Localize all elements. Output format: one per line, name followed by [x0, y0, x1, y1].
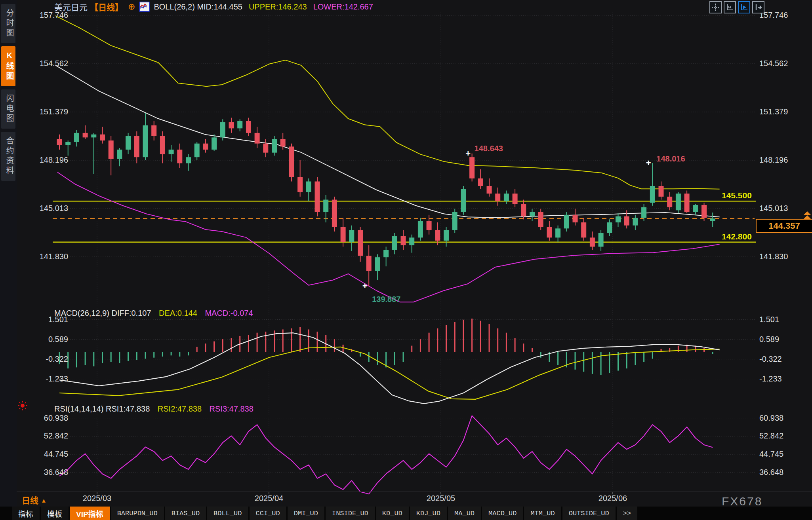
candle-body[interactable] — [495, 194, 500, 201]
candle-body[interactable] — [710, 218, 715, 221]
candle-body[interactable] — [409, 237, 414, 245]
candle-body[interactable] — [57, 139, 62, 145]
candle-body[interactable] — [212, 137, 217, 150]
candle-body[interactable] — [246, 121, 251, 133]
chart-canvas[interactable]: +++ — [0, 0, 812, 520]
candle-body[interactable] — [461, 189, 466, 212]
candle-body[interactable] — [272, 139, 277, 152]
candle-body[interactable] — [203, 144, 208, 150]
candle-body[interactable] — [194, 144, 200, 157]
toolbar-tab--[interactable]: 模板 — [41, 507, 69, 520]
period-selector[interactable]: 日线▲ — [22, 494, 47, 506]
candle-body[interactable] — [478, 178, 483, 186]
candle-body[interactable] — [134, 136, 139, 158]
toolbar-tab-cci_ud[interactable]: CCI_UD — [250, 507, 286, 520]
candle-body[interactable] — [555, 228, 560, 237]
candle-body[interactable] — [504, 194, 509, 201]
candle-body[interactable] — [323, 200, 328, 212]
candle-body[interactable] — [332, 200, 337, 227]
candle-body[interactable] — [237, 121, 242, 128]
candle-body[interactable] — [530, 212, 535, 216]
candle-body[interactable] — [564, 215, 569, 228]
candle-body[interactable] — [306, 182, 311, 192]
candle-body[interactable] — [427, 221, 432, 230]
sidebar-item-contract-info[interactable]: 合约资料 — [1, 132, 15, 181]
shift-right-icon[interactable] — [752, 1, 764, 13]
candle-body[interactable] — [177, 150, 182, 163]
sidebar-item-kline-chart[interactable]: K线图 — [1, 46, 15, 86]
candle-body[interactable] — [521, 204, 526, 216]
candle-body[interactable] — [469, 157, 475, 178]
toolbar-tab-mtm_ud[interactable]: MTM_UD — [524, 507, 561, 520]
alert-beacon-icon[interactable] — [21, 404, 25, 408]
candle-body[interactable] — [624, 216, 629, 226]
candle-body[interactable] — [513, 194, 518, 204]
candle-body[interactable] — [151, 125, 156, 136]
candle-body[interactable] — [693, 205, 698, 212]
candle-body[interactable] — [297, 177, 303, 192]
toolbar-tab-dmi_ud[interactable]: DMI_UD — [288, 507, 324, 520]
candle-body[interactable] — [186, 157, 191, 163]
candle-body[interactable] — [375, 257, 380, 271]
candle-body[interactable] — [676, 194, 681, 210]
candle-body[interactable] — [392, 236, 397, 249]
candle-body[interactable] — [229, 122, 234, 128]
toolbar-tab--[interactable]: 指标 — [12, 507, 40, 520]
candle-body[interactable] — [169, 150, 174, 154]
toolbar-tab-macd_ud[interactable]: MACD_UD — [482, 507, 523, 520]
toolbar-tab->>[interactable]: >> — [617, 507, 637, 520]
candle-body[interactable] — [349, 230, 354, 242]
add-indicator-icon[interactable]: ⊕ — [128, 2, 135, 11]
candle-body[interactable] — [383, 250, 389, 257]
crosshair-icon[interactable] — [709, 1, 722, 13]
candle-body[interactable] — [255, 133, 260, 144]
toolbar-tab-outside_ud[interactable]: OUTSIDE_UD — [562, 507, 616, 520]
candle-body[interactable] — [444, 230, 449, 241]
candle-body[interactable] — [650, 186, 655, 203]
candle-body[interactable] — [74, 133, 79, 142]
candle-body[interactable] — [667, 197, 672, 207]
candle-body[interactable] — [452, 212, 457, 230]
candle-body[interactable] — [83, 133, 88, 137]
candle-body[interactable] — [418, 221, 423, 237]
candle-body[interactable] — [487, 186, 492, 194]
candle-body[interactable] — [538, 212, 543, 227]
toolbar-tab-boll_ud[interactable]: BOLL_UD — [207, 507, 248, 520]
candle-body[interactable] — [701, 205, 707, 218]
candle-body[interactable] — [590, 237, 595, 247]
candle-body[interactable] — [547, 227, 552, 237]
axis-scale-icon[interactable] — [724, 1, 736, 13]
sidebar-item-flash-chart[interactable]: 闪电图 — [1, 89, 15, 129]
candle-body[interactable] — [641, 207, 646, 218]
candle-body[interactable] — [607, 222, 612, 233]
candle-body[interactable] — [659, 186, 664, 197]
candle-body[interactable] — [616, 216, 621, 222]
candle-body[interactable] — [160, 136, 165, 154]
candle-body[interactable] — [220, 122, 225, 137]
candle-body[interactable] — [401, 236, 406, 245]
candle-body[interactable] — [684, 194, 690, 212]
candle-body[interactable] — [280, 139, 286, 146]
candle-body[interactable] — [100, 135, 105, 140]
toolbar-tab-inside_ud[interactable]: INSIDE_UD — [326, 507, 375, 520]
toolbar-tab-kd_ud[interactable]: KD_UD — [376, 507, 409, 520]
toolbar-tab-ma_ud[interactable]: MA_UD — [448, 507, 481, 520]
candle-body[interactable] — [573, 215, 578, 222]
candle-body[interactable] — [366, 256, 372, 271]
candle-body[interactable] — [117, 150, 122, 159]
candle-body[interactable] — [435, 230, 440, 241]
candle-body[interactable] — [91, 135, 96, 138]
sidebar-item-time-chart[interactable]: 分时图 — [1, 4, 15, 43]
toolbar-tab-kdj_ud[interactable]: KDJ_UD — [410, 507, 447, 520]
chart-type-icon[interactable] — [139, 2, 150, 12]
toolbar-tab-bias_ud[interactable]: BIAS_UD — [165, 507, 206, 520]
candle-body[interactable] — [581, 222, 586, 237]
toolbar-tab-barupdn_ud[interactable]: BARUPDN_UD — [111, 507, 164, 520]
candle-body[interactable] — [633, 218, 638, 226]
toolbar-tab-vip-[interactable]: VIP指标 — [70, 507, 110, 520]
candle-body[interactable] — [599, 233, 604, 247]
candle-body[interactable] — [109, 140, 114, 159]
candle-body[interactable] — [263, 144, 268, 153]
candle-body[interactable] — [126, 136, 131, 150]
candle-body[interactable] — [289, 146, 294, 177]
